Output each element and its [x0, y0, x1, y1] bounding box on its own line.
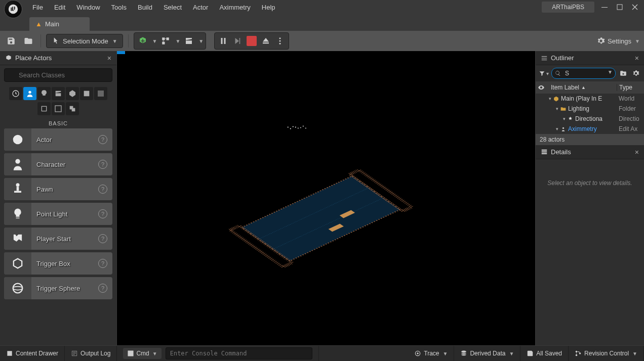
- console-area: Cmd▼: [117, 346, 318, 361]
- svg-rect-6: [224, 38, 226, 44]
- details-empty-text: Select an object to view details.: [547, 179, 632, 187]
- svg-point-30: [290, 128, 291, 129]
- pause-button[interactable]: [217, 34, 230, 48]
- svg-rect-2: [163, 37, 165, 40]
- menu-select[interactable]: Select: [164, 4, 182, 11]
- output-log-button[interactable]: Output Log: [65, 346, 117, 361]
- menu-actor[interactable]: Actor: [193, 4, 208, 11]
- cinematics-button[interactable]: [182, 34, 195, 48]
- tab-label: Main: [45, 20, 59, 28]
- outliner-row[interactable]: ▾Main (Play In EWorld: [536, 94, 644, 104]
- close-icon[interactable]: ×: [635, 54, 639, 62]
- details-header[interactable]: Details ×: [536, 145, 644, 159]
- derived-data-button[interactable]: Derived Data▼: [454, 346, 520, 361]
- help-icon[interactable]: ?: [98, 284, 107, 293]
- actor-label: Pawn: [31, 186, 53, 193]
- search-classes-input[interactable]: [4, 68, 112, 82]
- filter-all-c[interactable]: [66, 102, 79, 115]
- maximize-button[interactable]: [615, 2, 625, 12]
- content-drawer-button[interactable]: Content Drawer: [0, 346, 65, 361]
- selection-mode-button[interactable]: Selection Mode ▼: [46, 34, 123, 48]
- menu-edit[interactable]: Edit: [54, 4, 65, 11]
- actor-item-trigger-box[interactable]: Trigger Box?: [4, 252, 112, 275]
- svg-point-10: [279, 43, 281, 44]
- viewport-3d[interactable]: [117, 51, 535, 345]
- project-name[interactable]: ARThaiPBS: [542, 2, 594, 13]
- svg-point-32: [288, 127, 289, 128]
- svg-rect-13: [84, 91, 90, 97]
- svg-rect-34: [242, 176, 400, 261]
- save-button[interactable]: [4, 34, 18, 48]
- console-input[interactable]: [166, 347, 312, 359]
- menu-tools[interactable]: Tools: [111, 4, 127, 11]
- filter-lights[interactable]: [37, 87, 51, 100]
- type-column[interactable]: Type: [617, 84, 644, 91]
- svg-rect-15: [55, 106, 61, 112]
- svg-rect-7: [239, 38, 240, 44]
- outliner-settings-button[interactable]: [631, 68, 641, 78]
- outliner-header[interactable]: Outliner ×: [536, 51, 644, 65]
- help-icon[interactable]: ?: [98, 185, 107, 194]
- actor-item-point-light[interactable]: Point Light?: [4, 203, 112, 225]
- filter-all-a[interactable]: [37, 102, 51, 115]
- close-icon[interactable]: ×: [107, 54, 111, 62]
- svg-rect-21: [17, 187, 19, 191]
- place-actors-header[interactable]: Place Actors ×: [0, 51, 116, 65]
- menu-window[interactable]: Window: [76, 4, 100, 11]
- filter-all-b[interactable]: [52, 102, 65, 115]
- actor-item-character[interactable]: Character?: [4, 153, 112, 175]
- stop-button[interactable]: [245, 34, 258, 48]
- filter-visual[interactable]: [80, 87, 93, 100]
- outliner-row[interactable]: ▾AximmetryEdit Ax: [536, 124, 644, 134]
- revision-control-button[interactable]: Revision Control▼: [569, 346, 644, 361]
- actor-item-trigger-sphere[interactable]: Trigger Sphere?: [4, 277, 112, 299]
- actor-item-pawn[interactable]: Pawn?: [4, 178, 112, 200]
- filter-recent[interactable]: [9, 87, 22, 100]
- help-icon[interactable]: ?: [98, 234, 107, 243]
- close-icon[interactable]: ×: [635, 148, 639, 156]
- actor-icon: [4, 153, 31, 175]
- blueprint-button[interactable]: [159, 34, 172, 48]
- cmd-selector[interactable]: Cmd▼: [123, 348, 161, 359]
- save-status-button[interactable]: All Saved: [520, 346, 569, 361]
- browse-button[interactable]: [21, 34, 35, 48]
- close-button[interactable]: [630, 2, 640, 12]
- trace-button[interactable]: Trace▼: [408, 346, 454, 361]
- filter-cinematic[interactable]: [52, 87, 65, 100]
- help-icon[interactable]: ?: [98, 135, 107, 144]
- actor-icon: [4, 277, 31, 299]
- help-icon[interactable]: ?: [98, 209, 107, 218]
- add-folder-button[interactable]: [618, 68, 628, 78]
- actor-item-actor[interactable]: Actor?: [4, 128, 112, 151]
- svg-rect-5: [221, 38, 223, 44]
- help-icon[interactable]: ?: [98, 259, 107, 268]
- visibility-column[interactable]: [536, 84, 547, 91]
- outliner-title: Outliner: [551, 54, 574, 62]
- minimize-button[interactable]: [599, 2, 610, 12]
- item-label-column[interactable]: Item Label ▲: [547, 84, 617, 91]
- menu-file[interactable]: File: [32, 4, 43, 11]
- outliner-row[interactable]: ▾DirectionaDirectio: [536, 114, 644, 124]
- add-content-button[interactable]: [136, 34, 149, 48]
- outliner-filter-button[interactable]: ▾: [539, 68, 549, 78]
- place-actors-title: Place Actors: [15, 54, 52, 62]
- step-button[interactable]: [231, 34, 244, 48]
- svg-point-45: [576, 354, 578, 356]
- settings-button[interactable]: Settings ▼: [597, 37, 640, 45]
- svg-point-9: [279, 40, 281, 42]
- filter-shapes[interactable]: [66, 87, 79, 100]
- menu-build[interactable]: Build: [138, 4, 152, 11]
- menu-help[interactable]: Help: [262, 4, 275, 11]
- tab-main[interactable]: ▲ Main: [29, 17, 90, 31]
- play-options-button[interactable]: [273, 34, 287, 48]
- menu-aximmetry[interactable]: Aximmetry: [219, 4, 250, 11]
- outliner-row[interactable]: ▾LightingFolder: [536, 104, 644, 114]
- outliner-search-input[interactable]: ▼: [551, 68, 616, 79]
- filter-volumes[interactable]: [94, 87, 107, 100]
- help-icon[interactable]: ?: [98, 160, 107, 169]
- actor-item-player-start[interactable]: Player Start?: [4, 228, 112, 250]
- filter-basic[interactable]: [23, 87, 36, 100]
- unreal-logo[interactable]: [4, 0, 22, 18]
- svg-point-41: [562, 127, 564, 128]
- eject-button[interactable]: [259, 34, 272, 48]
